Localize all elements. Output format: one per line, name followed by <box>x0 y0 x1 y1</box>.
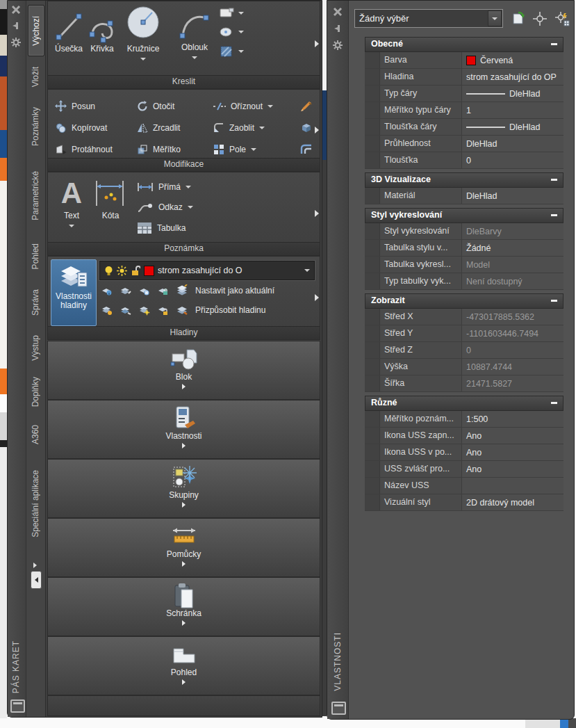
combo-dropdown-button[interactable] <box>488 10 502 26</box>
panel-caption[interactable]: Hladiny <box>48 326 320 339</box>
collapse-icon[interactable] <box>551 402 557 404</box>
ellipse-button[interactable] <box>219 22 244 42</box>
tab-sprava[interactable]: Správa <box>28 281 43 324</box>
section-header[interactable]: Zobrazit <box>365 293 563 309</box>
array-button[interactable]: Pole <box>213 144 299 155</box>
property-row-tabulka-vykresl[interactable]: Tabulka vykresl...Model <box>365 257 563 273</box>
select-objects-icon[interactable] <box>532 11 548 26</box>
property-row-sirka[interactable]: Šířka21471.5827 <box>365 375 563 392</box>
property-row-typ-tabulky[interactable]: Typ tabulky vyk...Není dostupný <box>365 273 563 290</box>
section-header[interactable]: Různé <box>365 396 563 411</box>
tab-pohled[interactable]: Pohled <box>28 236 43 277</box>
move-button[interactable]: Posun <box>55 100 137 112</box>
property-row-ikona-uss-v-pocatku[interactable]: Ikona USS v po...Ano <box>365 444 563 461</box>
collapse-icon[interactable] <box>551 214 557 216</box>
layer-select-combo[interactable]: strom zasahující do O <box>99 261 315 280</box>
property-row-vyska[interactable]: Výška10887.4744 <box>365 359 563 375</box>
layer-properties-button[interactable]: Vlastnosti hladiny <box>51 259 97 326</box>
property-row-meritko-typu-cary[interactable]: Měřítko typu čáry1 <box>365 102 563 119</box>
linear-dimension-button[interactable]: Přímá <box>137 177 193 197</box>
panel-schranka[interactable]: Schránka <box>47 577 320 636</box>
line-button[interactable]: Úsečka <box>54 7 84 54</box>
trim-button[interactable]: Oříznout <box>213 102 299 111</box>
property-row-typ-cary[interactable]: Typ čáryDleHlad <box>365 86 563 102</box>
property-row-meritko-poznamek[interactable]: Měřítko poznám...1:500 <box>365 411 563 428</box>
tab-parametricke[interactable]: Parametrické <box>28 159 43 232</box>
panel-skupiny[interactable]: Skupiny <box>47 459 320 518</box>
panel-flyout-arrow-icon[interactable] <box>315 40 319 47</box>
mirror-button[interactable]: Zrcadlit <box>137 122 213 134</box>
tab-poznamky[interactable]: Poznámky <box>28 99 43 154</box>
layer-lock-icon[interactable] <box>157 284 169 296</box>
layer-freeze-icon[interactable] <box>120 284 131 296</box>
property-row-stred-y[interactable]: Střed Y-1101603446.7494 <box>365 325 563 342</box>
layer-unlock-icon[interactable] <box>157 304 169 316</box>
property-row-ikona-uss-zapnuta[interactable]: Ikona USS zapn...Ano <box>365 428 563 444</box>
collapse-icon[interactable] <box>551 179 557 181</box>
tab-vystup[interactable]: Výstup <box>28 329 43 366</box>
table-button[interactable]: Tabulka <box>137 218 193 238</box>
collapse-icon[interactable] <box>551 300 557 302</box>
tab-vlozit[interactable]: Vložit <box>28 60 43 94</box>
property-row-barva[interactable]: BarvaČervená <box>365 52 563 69</box>
property-row-material[interactable]: MateriálDleHlad <box>365 188 563 204</box>
panel-caption[interactable]: Poznámka <box>48 242 320 255</box>
pin-icon[interactable] <box>332 23 343 34</box>
panel-pomucky[interactable]: Pomůcky <box>47 518 320 577</box>
section-header[interactable]: 3D Vizualizace <box>365 172 563 188</box>
gear-icon[interactable] <box>10 37 22 48</box>
tab-doplnky[interactable]: Doplňky <box>28 371 43 414</box>
property-row-tloustka-cary[interactable]: Tloušťka čáryDleHlad <box>365 119 563 136</box>
property-row-tabulka-stylu[interactable]: Tabulka stylu v...Žádné <box>365 240 563 257</box>
layer-isolate-icon[interactable] <box>101 284 113 296</box>
panel-pohled[interactable]: Pohled <box>47 636 320 695</box>
scale-button[interactable]: Měřítko <box>137 144 213 155</box>
dimension-button[interactable]: Kóta <box>92 177 129 220</box>
property-row-pruhlednost[interactable]: PrůhlednostDleHlad <box>365 136 563 152</box>
property-row-nazev-uss[interactable]: Název USS <box>365 478 563 494</box>
panel-caption[interactable]: Kreslit <box>48 75 320 88</box>
tab-scroll-arrow-icon[interactable] <box>33 563 37 568</box>
layer-on-icon[interactable] <box>101 304 113 316</box>
panel-vlastnosti[interactable]: Vlastnosti <box>47 400 320 459</box>
copy-button[interactable]: Kopírovat <box>55 122 137 134</box>
collapse-icon[interactable] <box>551 43 557 45</box>
auto-hide-icon[interactable] <box>331 702 346 715</box>
gear-icon[interactable] <box>332 40 343 51</box>
property-row-stred-x[interactable]: Střed X-473017885.5362 <box>365 309 563 325</box>
panel-flyout-arrow-icon[interactable] <box>315 127 319 134</box>
match-layer-label[interactable]: Přizpůsobit hladinu <box>195 305 265 315</box>
section-header[interactable]: Obecné <box>365 37 563 52</box>
fillet-button[interactable]: Zaoblit <box>213 122 299 134</box>
property-row-vizualni-styl[interactable]: Vizuální styl2D drátový model <box>365 494 563 511</box>
quick-select-icon[interactable] <box>554 11 570 26</box>
property-row-uss-zvlast[interactable]: USS zvlášť pro...Ano <box>365 461 563 478</box>
selection-combo[interactable]: Žádný výběr <box>354 9 503 28</box>
set-current-label[interactable]: Nastavit jako aktuální <box>195 286 274 296</box>
panel-blok[interactable]: Blok <box>47 341 320 400</box>
layer-thaw-icon[interactable] <box>120 304 131 316</box>
property-row-hladina[interactable]: Hladinastrom zasahující do OP <box>365 69 563 86</box>
collapse-left-button[interactable] <box>31 571 42 589</box>
polyline-button[interactable]: Křivka <box>87 7 117 54</box>
toggle-pickadd-icon[interactable] <box>510 11 525 26</box>
arc-button[interactable]: Oblouk <box>177 7 212 62</box>
tab-vychozi[interactable]: Výchozí <box>28 5 44 56</box>
text-button[interactable]: A Text <box>55 177 88 230</box>
layer-off-icon[interactable] <box>138 284 150 296</box>
property-row-tloustka[interactable]: Tloušťka0 <box>365 152 563 169</box>
hatch-button[interactable] <box>219 42 244 61</box>
stretch-button[interactable]: Protáhnout <box>55 144 137 155</box>
property-row-stred-z[interactable]: Střed Z0 <box>365 342 563 359</box>
rectangle-button[interactable] <box>219 4 244 22</box>
circle-button[interactable]: Kružnice <box>123 4 163 63</box>
offset-button[interactable] <box>299 144 323 155</box>
erase-button[interactable] <box>299 100 323 113</box>
layer-sun-icon[interactable] <box>138 304 150 316</box>
panel-flyout-arrow-icon[interactable] <box>315 210 319 217</box>
panel-flyout-arrow-icon[interactable] <box>315 294 319 301</box>
property-row-styl-vykreslovani[interactable]: Styl vykreslováníDleBarvy <box>365 223 563 240</box>
close-icon[interactable] <box>332 6 343 17</box>
tab-specialni-aplikace[interactable]: Speciální aplikace <box>28 457 43 550</box>
explode-button[interactable] <box>299 122 323 134</box>
